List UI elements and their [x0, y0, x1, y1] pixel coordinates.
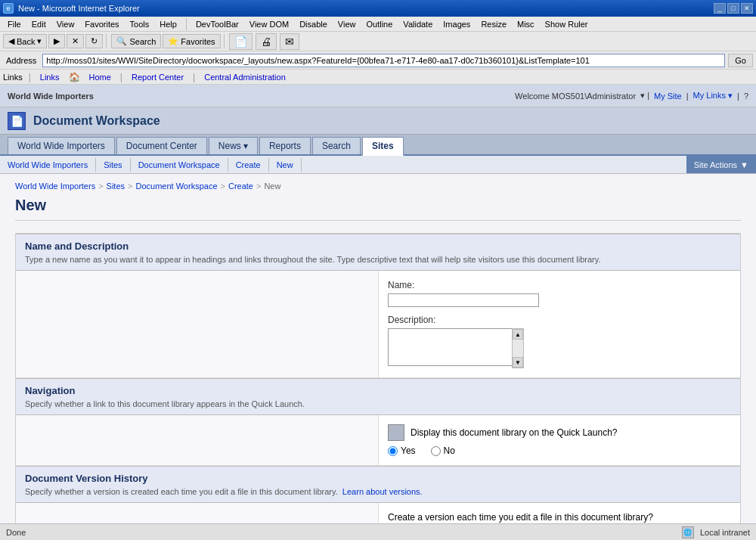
name-desc-row: Name: Description: ▲ ▼ — [16, 271, 740, 378]
toolbar-btn-1[interactable]: 📄 — [229, 33, 253, 50]
site-actions-arrow-icon: ▼ — [740, 160, 748, 169]
close-button[interactable]: ✕ — [741, 3, 753, 14]
tab-document-center[interactable]: Document Center — [116, 137, 207, 154]
restore-button[interactable]: □ — [727, 3, 739, 14]
menu-outline[interactable]: Outline — [362, 18, 398, 30]
app-logo-icon: 📄 — [8, 112, 26, 130]
breadcrumb-sites[interactable]: Sites — [107, 182, 125, 191]
tab-search[interactable]: Search — [312, 137, 361, 154]
search-icon: 🔍 — [116, 36, 127, 46]
tab-sites[interactable]: Sites — [362, 137, 404, 156]
navigation-right: Display this document library on the Qui… — [379, 415, 740, 465]
menu-tools[interactable]: Tools — [125, 18, 154, 30]
menu-validate[interactable]: Validate — [398, 18, 437, 30]
menu-favorites[interactable]: Favorites — [80, 18, 123, 30]
site-actions-button[interactable]: Site Actions ▼ — [686, 156, 756, 173]
nav-no-radio[interactable] — [431, 446, 441, 456]
name-desc-right: Name: Description: ▲ ▼ — [379, 271, 740, 377]
version-question: Create a version each time you edit a fi… — [388, 512, 731, 523]
menu-disable[interactable]: Disable — [295, 18, 332, 30]
sp-action-bar: World Wide Importers Sites Document Work… — [0, 156, 756, 174]
menu-viewdom[interactable]: View DOM — [245, 18, 293, 30]
scroll-down-arrow[interactable]: ▼ — [513, 357, 523, 368]
desc-scrollbar[interactable]: ▲ ▼ — [512, 328, 524, 368]
my-links-arrow-icon: ▾ — [728, 91, 733, 100]
stop-button[interactable]: ✕ — [67, 34, 84, 48]
name-desc-title: Name and Description — [25, 241, 731, 252]
name-label: Name: — [388, 280, 731, 290]
menu-view[interactable]: View — [52, 18, 79, 30]
tab-world-wide-importers[interactable]: World Wide Importers — [8, 137, 115, 154]
favorites-icon: ⭐ — [168, 36, 178, 46]
status-icon-1: 🌐 — [682, 526, 694, 538]
refresh-icon: ↻ — [91, 36, 98, 46]
menu-help[interactable]: Help — [155, 18, 181, 30]
nav-yes-radio[interactable] — [388, 446, 398, 456]
menu-edit[interactable]: Edit — [27, 18, 51, 30]
menu-view2[interactable]: View — [333, 18, 361, 30]
minimize-button[interactable]: _ — [714, 3, 726, 14]
my-site-link[interactable]: My Site — [654, 92, 682, 101]
go-button[interactable]: Go — [728, 54, 753, 67]
address-bar: Address Go — [0, 51, 756, 70]
secondary-tab-docworkspace[interactable]: Document Workspace — [131, 158, 228, 172]
status-right: 🌐 Local intranet — [682, 526, 750, 538]
menu-showruler[interactable]: Show Ruler — [541, 18, 593, 30]
navigation-radio-group: Yes No — [388, 445, 731, 456]
sp-nav: World Wide Importers Document Center New… — [0, 135, 756, 156]
scroll-track — [513, 340, 523, 357]
menu-file[interactable]: File — [3, 18, 26, 30]
navigation-row: Display this document library on the Qui… — [16, 415, 740, 466]
breadcrumb-create[interactable]: Create — [228, 182, 253, 191]
links-item-report[interactable]: Report Center — [129, 73, 187, 82]
my-links-link[interactable]: My Links ▾ — [693, 91, 733, 101]
news-arrow-icon: ▾ — [243, 141, 248, 151]
learn-more-link[interactable]: Learn about versions. — [342, 487, 423, 496]
window-title: New - Microsoft Internet Explorer — [18, 4, 140, 13]
navigation-left — [16, 415, 379, 465]
links-item-links[interactable]: Links — [37, 73, 63, 82]
breadcrumb-wwi[interactable]: World Wide Importers — [15, 182, 95, 191]
site-name: World Wide Importers — [8, 92, 94, 101]
links-label: Links — [3, 73, 23, 82]
desc-textarea-wrapper: ▲ ▼ — [388, 328, 524, 368]
desc-textarea[interactable] — [388, 328, 524, 366]
help-icon[interactable]: ? — [744, 92, 748, 101]
app-icon: e — [3, 3, 14, 14]
menu-misc[interactable]: Misc — [513, 18, 539, 30]
refresh-button[interactable]: ↻ — [85, 34, 103, 48]
status-zone: Local intranet — [700, 528, 750, 537]
links-item-admin[interactable]: Central Administration — [201, 73, 289, 82]
navigation-section-header: Navigation Specify whether a link to thi… — [16, 378, 740, 415]
tab-news[interactable]: News ▾ — [209, 137, 258, 154]
nav-yes-option[interactable]: Yes — [388, 445, 416, 456]
toolbar-btn-2[interactable]: 🖨 — [256, 33, 277, 50]
links-item-home[interactable]: Home — [86, 73, 114, 82]
tab-reports[interactable]: Reports — [259, 137, 311, 154]
breadcrumb-docworkspace[interactable]: Document Workspace — [136, 182, 218, 191]
back-button[interactable]: ◀ Back ▾ — [3, 34, 47, 48]
address-input[interactable] — [42, 54, 725, 67]
breadcrumb-new: New — [264, 182, 280, 191]
menu-images[interactable]: Images — [438, 18, 475, 30]
status-text: Done — [6, 528, 26, 537]
toolbar-btn-3[interactable]: ✉ — [280, 33, 299, 50]
menu-bar: File Edit View Favorites Tools Help DevT… — [0, 17, 756, 32]
forward-button[interactable]: ▶ — [48, 34, 65, 48]
scroll-up-arrow[interactable]: ▲ — [513, 329, 523, 340]
name-input[interactable] — [388, 293, 539, 307]
menu-resize[interactable]: Resize — [476, 18, 511, 30]
secondary-tab-wwi[interactable]: World Wide Importers — [0, 158, 96, 172]
secondary-tab-new[interactable]: New — [269, 158, 302, 172]
back-icon: ◀ — [8, 36, 14, 46]
name-desc-description: Type a new name as you want it to appear… — [25, 255, 731, 264]
secondary-tab-create[interactable]: Create — [228, 158, 269, 172]
welcome-text: Welcome MOS501\Administrator — [515, 92, 636, 101]
nav-no-option[interactable]: No — [431, 445, 455, 456]
search-button[interactable]: 🔍 Search — [111, 34, 161, 48]
secondary-tab-sites[interactable]: Sites — [96, 158, 130, 172]
app-title: Document Workspace — [33, 114, 160, 128]
sp-header: World Wide Importers Welcome MOS501\Admi… — [0, 85, 756, 107]
favorites-button[interactable]: ⭐ Favorites — [163, 34, 220, 48]
menu-devtoolbar[interactable]: DevToolBar — [191, 18, 243, 30]
